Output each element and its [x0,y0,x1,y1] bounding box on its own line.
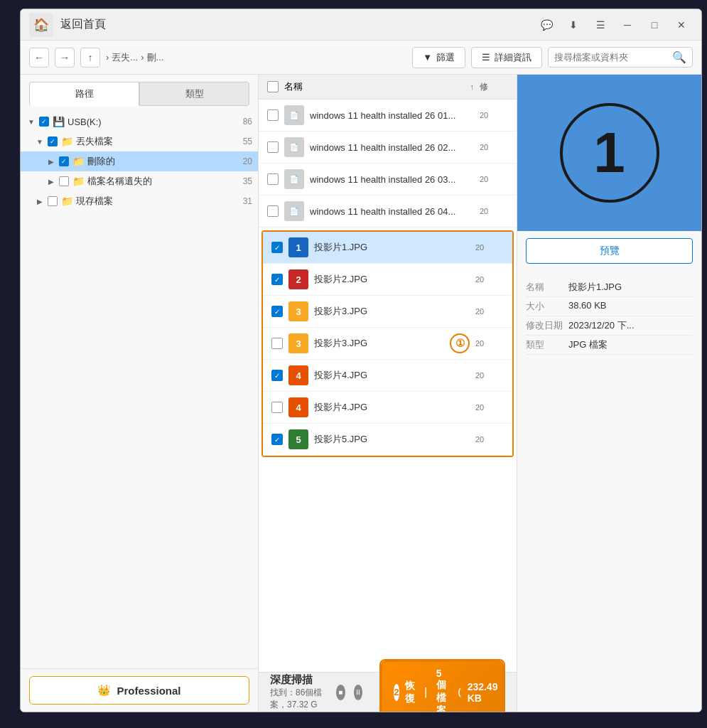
check-jpg4a[interactable]: ✓ [271,370,283,381]
chat-button[interactable]: 💬 [535,15,558,35]
tree-item-noname[interactable]: ▶ 📁 檔案名稱遺失的 35 [21,171,258,191]
check-w4[interactable] [267,205,279,217]
del-icon: 📁 [72,155,85,168]
tree-item-existing[interactable]: ▶ 📁 現存檔案 31 [21,191,258,211]
check-jpg3a[interactable]: ✓ [271,306,283,317]
expand-icon-nn: ▶ [46,176,56,186]
check-jpg3b[interactable] [271,338,283,349]
date-jpg2: 20 [475,275,504,284]
select-all-checkbox[interactable] [267,81,279,92]
info-type-label: 類型 [526,338,568,351]
bottom-bar: 深度掃描 找到：86個檔案，37.32 G ■ ⏸ 2 恢復 ｜ 5 個檔案 [259,672,517,712]
home-button[interactable]: 🏠 [29,13,53,37]
file-item-jpg2[interactable]: ✓ 2 投影片2.JPG 20 [263,264,512,296]
tree-item-deleted[interactable]: ▶ ✓ 📁 刪除的 20 [21,151,258,171]
search-input[interactable] [554,52,668,63]
name-w3: windows 11 health installed 26 03... [310,174,474,185]
file-item-jpg4b[interactable]: 4 投影片4.JPG 20 [263,392,512,424]
noname-checkbox[interactable] [59,176,69,186]
close-button[interactable]: ✕ [670,15,693,35]
window-controls: 💬 ⬇ ☰ ─ □ ✕ [535,15,693,35]
icon-w4: 📄 [284,201,304,221]
file-item-w1[interactable]: 📄 windows 11 health installed 26 01... 2… [259,100,517,132]
home-icon: 🏠 [33,17,49,33]
usb-checkbox[interactable]: ✓ [39,117,49,127]
check-w1[interactable] [267,109,279,121]
filter-label: 篩選 [436,51,455,64]
check-jpg2[interactable]: ✓ [271,274,283,285]
name-w1: windows 11 health installed 26 01... [310,110,474,121]
column-name: 名稱 [284,80,465,93]
file-item-jpg5[interactable]: ✓ 5 投影片5.JPG 20 [263,424,512,456]
lost-icon: 📁 [60,135,73,148]
up-button[interactable]: ↑ [80,48,100,68]
filter-icon: ▼ [423,52,432,63]
check-jpg4b[interactable] [271,402,283,413]
check-jpg5[interactable]: ✓ [271,434,283,445]
name-w2: windows 11 health installed 26 02... [310,142,474,153]
recover-button[interactable]: 2 恢復 ｜ 5 個檔案 （ 232.49 KB ） [381,660,504,712]
sidebar-bottom: 👑 Professional [21,668,258,712]
breadcrumb: › 丟失... › 刪... [106,51,163,64]
maximize-button[interactable]: □ [643,15,666,35]
forward-button[interactable]: → [55,48,75,68]
scan-pause-button[interactable]: ⏸ [354,685,363,700]
breadcrumb-item2[interactable]: 刪... [147,51,164,64]
tree-item-usb[interactable]: ▼ ✓ 💾 USB(K:) 86 [21,112,258,132]
del-checkbox[interactable]: ✓ [59,156,69,166]
menu-button[interactable]: ☰ [589,15,612,35]
file-item-w2[interactable]: 📄 windows 11 health installed 26 02... 2… [259,132,517,164]
date-jpg3a: 20 [475,307,504,316]
file-item-jpg1[interactable]: ✓ 1 投影片1.JPG 20 [263,232,512,264]
file-item-jpg3a[interactable]: ✓ 3 投影片3.JPG 20 [263,296,512,328]
icon-jpg4a: 4 [288,365,308,385]
scan-info: 找到：86個檔案，37.32 G [270,687,328,711]
date-jpg1: 20 [475,243,504,252]
filter-button[interactable]: ▼ 篩選 [412,47,465,68]
check-w3[interactable] [267,173,279,185]
app-window: 🏠 返回首頁 💬 ⬇ ☰ ─ □ ✕ ← → ↑ › 丟失... › 刪... … [20,9,702,712]
breadcrumb-item1[interactable]: 丟失... [112,51,138,64]
back-button[interactable]: ← [29,48,49,68]
info-name-row: 名稱 投影片1.JPG [526,278,693,297]
recover-size: 232.49 KB [468,681,498,704]
scan-stop-button[interactable]: ■ [336,685,345,700]
lost-count: 55 [243,136,252,146]
recover-wrapper: 2 恢復 ｜ 5 個檔案 （ 232.49 KB ） [379,659,505,712]
name-jpg5: 投影片5.JPG [314,433,470,446]
file-item-jpg3b[interactable]: 3 投影片3.JPG ① 20 [263,328,512,360]
minimize-button[interactable]: ─ [616,15,639,35]
recover-circle: 2 [394,684,399,701]
recover-paren-close: ） [503,686,505,699]
tree-item-lost[interactable]: ▼ ✓ 📁 丟失檔案 55 [21,132,258,151]
toolbar: ← → ↑ › 丟失... › 刪... ▼ 篩選 ☰ 詳細資訊 🔍 [21,41,701,75]
professional-button[interactable]: 👑 Professional [29,676,249,705]
breadcrumb-sep2: › [141,52,144,63]
preview-button[interactable]: 預覽 [526,238,693,264]
name-jpg3b: 投影片3.JPG [314,337,470,350]
icon-jpg1: 1 [288,237,308,257]
expand-icon-ex: ▶ [35,196,45,206]
check-jpg1[interactable]: ✓ [271,242,283,253]
detail-button[interactable]: ☰ 詳細資訊 [471,47,542,68]
tab-path[interactable]: 路徑 [29,82,139,106]
date-w3: 20 [480,175,508,183]
info-name-value: 投影片1.JPG [568,281,693,294]
tab-type[interactable]: 類型 [139,82,249,106]
info-size-value: 38.60 KB [568,300,693,313]
download-button[interactable]: ⬇ [562,15,585,35]
icon-w3: 📄 [284,169,304,189]
existing-label: 現存檔案 [76,195,240,208]
preview-number-display: 1 [560,103,659,203]
lost-checkbox[interactable]: ✓ [48,136,58,146]
check-w2[interactable] [267,141,279,153]
existing-checkbox[interactable] [48,196,58,206]
file-item-w4[interactable]: 📄 windows 11 health installed 26 04... 2… [259,196,517,228]
icon-jpg5: 5 [288,429,308,449]
file-item-w3[interactable]: 📄 windows 11 health installed 26 03... 2… [259,164,517,196]
breadcrumb-sep: › [106,52,109,63]
expand-icon-del: ▶ [46,156,56,166]
sort-icon[interactable]: ↑ [470,82,475,91]
date-jpg3b: 20 [475,339,504,348]
file-item-jpg4a[interactable]: ✓ 4 投影片4.JPG 20 [263,360,512,392]
